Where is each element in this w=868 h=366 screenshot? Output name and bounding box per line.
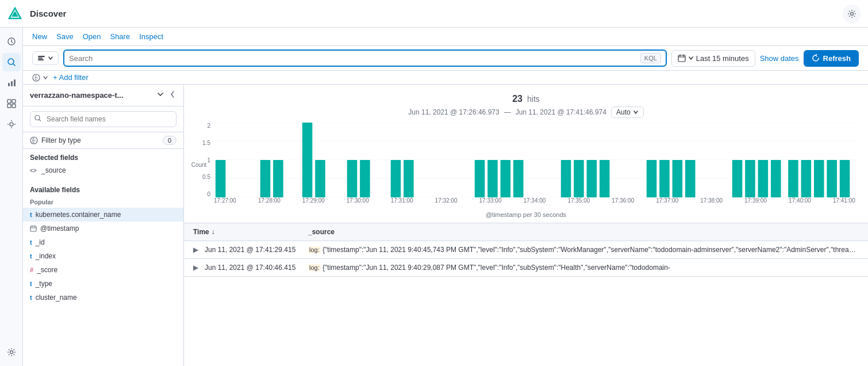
field-name: kubernetes.container_name: [36, 211, 176, 219]
sidebar-fields: Selected fields <> _source Available fie…: [23, 149, 183, 366]
field-type[interactable]: t _type: [23, 277, 183, 291]
svg-rect-56: [840, 160, 850, 197]
field-kubernetes-container-name[interactable]: t kubernetes.container_name: [23, 208, 183, 222]
x-label-9: 17:36:00: [612, 197, 634, 204]
hits-count: 23: [512, 94, 523, 104]
auto-select-button[interactable]: Auto: [611, 106, 644, 118]
svg-rect-33: [360, 160, 370, 197]
histogram-svg: [213, 123, 857, 197]
open-button[interactable]: Open: [83, 32, 101, 41]
table-row[interactable]: ▶ Jun 11, 2021 @ 17:41:29.415 log: {"tim…: [184, 241, 868, 259]
x-label-4: 17:31:00: [391, 197, 413, 204]
svg-rect-42: [587, 160, 597, 197]
index-pattern-name: verrazzano-namespace-t...: [30, 91, 152, 100]
auto-label: Auto: [616, 108, 631, 116]
date-picker-button[interactable]: Last 15 minutes: [671, 50, 755, 67]
selected-field-source[interactable]: <> _source: [23, 164, 183, 177]
app-title: Discover: [30, 9, 843, 18]
refresh-button[interactable]: Refresh: [804, 50, 859, 67]
table-header: Time ↓ _source: [184, 223, 868, 241]
x-label-0: 17:27:00: [214, 197, 236, 204]
chart-header: 23 hits: [195, 94, 857, 104]
filter-count-badge: 0: [163, 136, 176, 145]
y-label-0-5: 0.5: [195, 174, 210, 180]
toolbar-nav: New Save Open Share Inspect: [32, 32, 163, 41]
source-text: {"timestamp":"Jun 11, 2021 9:40:29,087 P…: [322, 264, 670, 272]
filter-options-button[interactable]: [32, 74, 48, 82]
nav-recently-viewed[interactable]: [2, 32, 21, 51]
nav-discover[interactable]: [2, 53, 21, 71]
svg-rect-16: [38, 59, 44, 60]
histogram-container: 2 1.5 1 0.5 0 Count: [195, 123, 857, 209]
row-source: log: {"timestamp":"Jun 11, 2021 9:40:29,…: [308, 264, 859, 272]
field-type-icon: t: [30, 253, 32, 260]
svg-rect-7: [14, 79, 16, 86]
svg-rect-5: [8, 83, 10, 86]
save-button[interactable]: Save: [56, 32, 74, 41]
x-label-14: 17:41:00: [833, 197, 855, 204]
chart-time-range: Jun 11, 2021 @ 17:26:46.973 — Jun 11, 20…: [195, 106, 857, 118]
toolbar: New Save Open Share Inspect: [23, 28, 868, 46]
y-axis: 2 1.5 1 0.5 0: [195, 123, 213, 197]
field-name: _type: [36, 280, 176, 288]
svg-rect-34: [391, 160, 401, 197]
filter-bar: + Add filter: [23, 71, 868, 85]
svg-rect-45: [659, 160, 670, 197]
refresh-label: Refresh: [823, 54, 851, 63]
show-dates-button[interactable]: Show dates: [760, 54, 799, 63]
field-type-icon-source: <>: [30, 167, 38, 174]
index-pattern-dropdown[interactable]: [157, 91, 164, 100]
filter-type-label[interactable]: Filter by type: [41, 136, 159, 144]
expand-row-icon[interactable]: ▶: [193, 246, 202, 254]
svg-rect-32: [347, 160, 358, 197]
svg-rect-10: [7, 104, 11, 108]
sort-icon[interactable]: ↓: [212, 228, 215, 236]
field-timestamp[interactable]: @timestamp: [23, 222, 183, 235]
svg-rect-50: [758, 160, 769, 197]
svg-rect-52: [788, 160, 798, 197]
svg-rect-11: [12, 104, 16, 108]
new-button[interactable]: New: [32, 32, 47, 41]
field-id[interactable]: t _id: [23, 235, 183, 249]
search-input[interactable]: [69, 54, 640, 63]
sidebar: verrazzano-namespace-t...: [23, 85, 184, 366]
nav-dashboard[interactable]: [2, 94, 21, 113]
nav-dev-tools[interactable]: [2, 115, 21, 134]
y-label-0: 0: [195, 191, 210, 197]
calendar-icon: [30, 225, 37, 232]
field-search-input[interactable]: [30, 111, 176, 127]
nav-visualize[interactable]: [2, 74, 21, 92]
search-type-button[interactable]: [32, 51, 59, 65]
share-button[interactable]: Share: [110, 32, 130, 41]
popular-label: Popular: [23, 196, 183, 208]
svg-rect-38: [501, 160, 511, 197]
table-row[interactable]: ▶ Jun 11, 2021 @ 17:40:46.415 log: {"tim…: [184, 259, 868, 277]
svg-rect-8: [7, 100, 11, 103]
time-separator: —: [504, 108, 511, 116]
x-label-10: 17:37:00: [656, 197, 678, 204]
filter-type-row: Filter by type 0: [23, 132, 183, 149]
inspect-button[interactable]: Inspect: [139, 32, 163, 41]
available-fields-section: Available fields Popular t kubernetes.co…: [23, 177, 183, 304]
svg-rect-15: [38, 58, 43, 59]
field-name: _score: [37, 266, 176, 274]
field-cluster-name[interactable]: t cluster_name: [23, 291, 183, 304]
settings-icon-btn[interactable]: [843, 5, 861, 23]
add-filter-button[interactable]: + Add filter: [53, 73, 89, 82]
expand-row-icon[interactable]: ▶: [193, 264, 202, 272]
svg-rect-37: [487, 160, 498, 197]
field-score[interactable]: # _score: [23, 263, 183, 277]
svg-rect-54: [814, 160, 824, 197]
field-index[interactable]: t _index: [23, 249, 183, 263]
field-name: cluster_name: [36, 293, 176, 302]
col-time-header: Time ↓: [193, 228, 308, 236]
svg-rect-36: [475, 160, 485, 197]
svg-rect-30: [302, 123, 313, 197]
field-type-icon: #: [30, 266, 33, 273]
x-label-2: 17:29:00: [302, 197, 325, 204]
sidebar-collapse-button[interactable]: [168, 90, 176, 100]
svg-rect-55: [827, 160, 837, 197]
svg-rect-29: [273, 160, 283, 197]
field-type-icon: t: [30, 280, 32, 287]
nav-settings[interactable]: [2, 343, 21, 361]
